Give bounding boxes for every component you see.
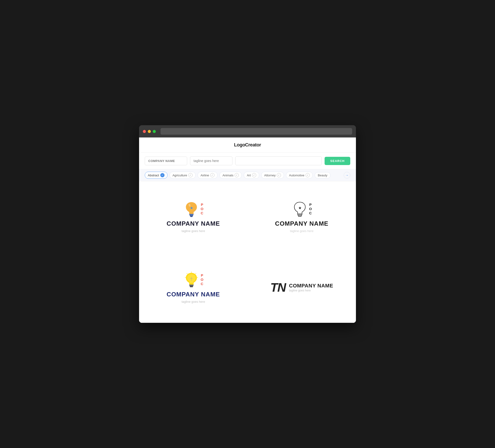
tagline-3: tagline goes here: [181, 300, 205, 304]
logo-card-2[interactable]: ★ P O C COMPANY NAME tagline: [248, 181, 356, 252]
svg-rect-17: [189, 285, 194, 286]
category-label-automotive: Automotive: [289, 174, 304, 177]
category-bar: Abstract ✓ Agriculture ✓ Airline ✓ Anima…: [139, 169, 356, 181]
logo-card-4[interactable]: TN COMPANY NAME tagline goes here: [248, 252, 356, 323]
check-icon-animals: ✓: [234, 173, 239, 177]
logo4-tagline: tagline goes here: [289, 289, 333, 292]
svg-rect-4: [190, 216, 193, 216]
bulb-colored-icon: ★: [183, 201, 200, 217]
maximize-button[interactable]: [153, 130, 156, 133]
category-label-animals: Animals: [222, 174, 233, 177]
svg-rect-9: [298, 216, 301, 216]
bulb-yellow-icon: [183, 271, 200, 288]
logo-grid: ★ P O C: [139, 181, 356, 323]
check-icon-agriculture: ✓: [188, 173, 192, 177]
close-button[interactable]: [143, 130, 146, 133]
logo-inner-2: ★ P O C COMPANY NAME tagline: [275, 201, 328, 233]
svg-text:★: ★: [298, 206, 302, 210]
company-name-2: COMPANY NAME: [275, 220, 328, 227]
logo4-text: COMPANY NAME tagline goes here: [289, 283, 333, 292]
tagline-2: tagline goes here: [290, 229, 314, 233]
bulb-outline-icon: ★: [292, 201, 308, 217]
check-icon-airline: ✓: [210, 173, 215, 177]
category-label-abstract: Abstract: [148, 174, 159, 177]
svg-rect-5: [190, 216, 192, 217]
category-chip-beauty[interactable]: Beauty: [315, 172, 330, 179]
category-chip-animals[interactable]: Animals ✓: [220, 172, 242, 179]
check-icon-attorney: ✓: [277, 173, 281, 177]
poc-letters-2: P O C: [309, 203, 312, 215]
logo-icon-area-2: ★ P O C: [292, 201, 312, 217]
svg-line-14: [197, 277, 198, 278]
svg-line-13: [185, 277, 186, 278]
logo-inner-4: TN COMPANY NAME tagline goes here: [270, 281, 333, 294]
url-bar: [161, 128, 352, 135]
check-icon-art: ✓: [252, 173, 256, 177]
app-content: LogoCreator SEARCH Abstract ✓ Agricultur…: [139, 138, 356, 323]
category-label-beauty: Beauty: [318, 174, 327, 177]
svg-rect-2: [189, 214, 194, 215]
search-bar: SEARCH: [139, 153, 356, 169]
svg-rect-19: [190, 286, 193, 287]
category-chip-abstract[interactable]: Abstract ✓: [145, 172, 168, 179]
keyword-input[interactable]: [235, 156, 322, 165]
category-chip-airline[interactable]: Airline ✓: [197, 172, 218, 179]
browser-window: LogoCreator SEARCH Abstract ✓ Agricultur…: [139, 125, 356, 323]
logo-inner-3: P O C COMPANY NAME tagline goes here: [167, 271, 220, 304]
categories-next-button[interactable]: →: [344, 172, 350, 179]
company-name-3: COMPANY NAME: [167, 291, 220, 298]
svg-line-11: [187, 273, 187, 274]
company-name-1: COMPANY NAME: [167, 220, 220, 227]
category-chip-agriculture[interactable]: Agriculture ✓: [169, 172, 196, 179]
app-title: LogoCreator: [234, 142, 261, 147]
logo4-inner: TN COMPANY NAME tagline goes here: [270, 281, 333, 294]
logo-card-3[interactable]: P O C COMPANY NAME tagline goes here: [139, 252, 248, 323]
svg-line-12: [196, 273, 196, 274]
category-label-art: Art: [247, 174, 251, 177]
tagline-1: tagline goes here: [181, 229, 205, 233]
search-button[interactable]: SEARCH: [325, 157, 350, 165]
svg-rect-3: [190, 215, 193, 216]
app-header: LogoCreator: [139, 138, 356, 153]
category-chip-attorney[interactable]: Attorney ✓: [261, 172, 284, 179]
category-label-attorney: Attorney: [264, 174, 275, 177]
tagline-input[interactable]: [190, 156, 233, 165]
svg-rect-18: [190, 286, 193, 286]
tn-monogram: TN: [270, 281, 286, 294]
poc-letters-3: P O C: [201, 273, 203, 286]
logo-icon-area-3: P O C: [183, 271, 203, 288]
poc-letters-1: P O C: [201, 203, 203, 215]
logo-card-1[interactable]: ★ P O C: [139, 181, 248, 252]
category-label-agriculture: Agriculture: [173, 174, 187, 177]
category-chip-automotive[interactable]: Automotive ✓: [286, 172, 313, 179]
logo-inner-1: ★ P O C: [167, 201, 220, 233]
category-chip-art[interactable]: Art ✓: [244, 172, 259, 179]
company-name-input[interactable]: [145, 156, 187, 165]
category-label-airline: Airline: [201, 174, 209, 177]
logo4-company-name: COMPANY NAME: [289, 283, 333, 289]
minimize-button[interactable]: [148, 130, 151, 133]
svg-text:★: ★: [190, 206, 193, 210]
logo-icon-area-1: ★ P O C: [183, 201, 203, 217]
browser-titlebar: [139, 125, 356, 138]
check-icon-abstract: ✓: [160, 173, 165, 177]
check-icon-automotive: ✓: [305, 173, 310, 177]
